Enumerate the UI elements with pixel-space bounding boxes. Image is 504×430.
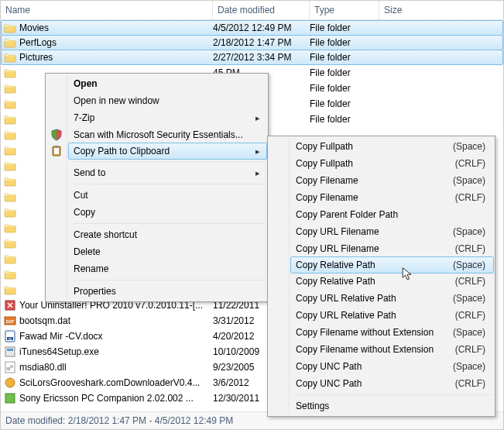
ctx-scan[interactable]: Scan with Microsoft Security Essentials.… — [69, 126, 266, 143]
file-type: File folder — [310, 83, 379, 94]
column-headers: Name Date modified Type Size — [1, 1, 503, 20]
file-type: File folder — [310, 22, 379, 33]
submenu-suffix: (CRLF) — [455, 192, 485, 203]
submenu-item[interactable]: Copy Filename without Extension(Space) — [291, 324, 493, 341]
file-name: PerfLogs — [19, 37, 57, 48]
folder-icon — [4, 268, 16, 280]
shield-icon — [50, 129, 63, 141]
submenu-item[interactable]: Copy Fullpath(CRLF) — [291, 155, 493, 172]
ctx-open-new-window[interactable]: Open in new window — [69, 92, 266, 109]
submenu-item[interactable]: Copy UNC Path(CRLF) — [291, 375, 493, 392]
file-row[interactable]: Pictures2/27/2012 3:34 PMFile folder — [1, 50, 503, 65]
submenu-suffix: (CRLF) — [455, 310, 485, 321]
ctx-copy[interactable]: Copy — [69, 204, 266, 221]
file-type: File folder — [310, 52, 379, 63]
folder-icon — [4, 129, 16, 141]
file-date: 4/5/2012 12:49 PM — [213, 22, 310, 33]
file-type: File folder — [310, 98, 379, 109]
submenu-item[interactable]: Copy Fullpath(Space) — [291, 138, 493, 155]
submenu-suffix: (Space) — [453, 260, 485, 270]
submenu-label: Copy Fullpath — [296, 158, 353, 169]
submenu-suffix: (Space) — [453, 361, 485, 372]
folder-icon — [4, 160, 16, 172]
folder-icon — [4, 67, 16, 79]
column-date[interactable]: Date modified — [213, 1, 310, 19]
copy-path-submenu: Copy Fullpath(Space)Copy Fullpath(CRLF)C… — [267, 136, 495, 417]
column-size[interactable]: Size — [379, 1, 503, 19]
submenu-item[interactable]: Copy Filename without Extension(CRLF) — [291, 341, 493, 358]
folder-icon — [4, 113, 16, 126]
submenu-suffix: (Space) — [453, 175, 485, 186]
clipboard-icon — [50, 145, 63, 157]
file-name: iTunes64Setup.exe — [19, 346, 99, 357]
submenu-label: Settings — [296, 401, 329, 411]
file-type: File folder — [310, 37, 379, 48]
ctx-create-shortcut[interactable]: Create shortcut — [69, 226, 266, 243]
submenu-label: Copy Filename — [296, 192, 358, 203]
submenu-label: Copy UNC Path — [296, 361, 362, 372]
submenu-label: Copy Filename — [296, 175, 358, 186]
submenu-item[interactable]: Copy UNC Path(Space) — [291, 358, 493, 375]
ctx-copy-path[interactable]: Copy Path to Clipboard — [68, 143, 267, 160]
submenu-item[interactable]: Copy Filename(Space) — [291, 172, 493, 189]
dat-icon — [4, 315, 16, 327]
folder-icon — [4, 175, 16, 187]
folder-icon — [4, 191, 16, 203]
file-date: 2/18/2012 1:47 PM — [213, 37, 310, 48]
folder-icon — [4, 22, 16, 34]
submenu-item[interactable]: Copy URL Filename(CRLF) — [291, 240, 493, 257]
context-menu: Open Open in new window 7-Zip Scan with … — [45, 73, 269, 302]
submenu-suffix: (CRLF) — [455, 344, 485, 355]
ctx-properties[interactable]: Properties — [69, 283, 266, 300]
submenu-item[interactable]: Copy Relative Path(CRLF) — [291, 273, 493, 290]
file-row[interactable]: Movies4/5/2012 12:49 PMFile folder — [1, 20, 503, 36]
ctx-rename[interactable]: Rename — [69, 260, 266, 277]
uninst-icon — [4, 299, 16, 311]
submenu-item[interactable]: Copy Filename(CRLF) — [291, 189, 493, 206]
ctx-send-to[interactable]: Send to — [69, 164, 266, 181]
folder-icon — [4, 144, 16, 157]
exe2-icon — [4, 377, 16, 389]
submenu-suffix: (Space) — [453, 226, 485, 237]
submenu-item[interactable]: Copy Parent Folder Path — [291, 206, 493, 223]
submenu-label: Copy Parent Folder Path — [296, 209, 398, 220]
submenu-item[interactable]: Copy URL Relative Path(Space) — [291, 290, 493, 307]
file-name: bootsqm.dat — [19, 315, 70, 326]
submenu-item[interactable]: Copy URL Filename(Space) — [291, 223, 493, 240]
submenu-item[interactable]: Copy Relative Path(Space) — [290, 256, 494, 273]
folder-icon — [4, 237, 16, 249]
submenu-suffix: (CRLF) — [455, 243, 485, 254]
submenu-label: Copy URL Relative Path — [296, 310, 396, 321]
file-name: Sony Ericsson PC Companion 2.02.002 ... — [19, 393, 194, 404]
folder-icon — [4, 51, 16, 64]
submenu-suffix: (Space) — [453, 141, 485, 152]
submenu-item[interactable]: Copy URL Relative Path(CRLF) — [291, 307, 493, 324]
submenu-label: Copy UNC Path — [296, 378, 362, 389]
submenu-label: Copy URL Filename — [296, 243, 379, 254]
submenu-suffix: (Space) — [453, 327, 485, 338]
column-type[interactable]: Type — [310, 1, 379, 19]
ctx-open[interactable]: Open — [69, 75, 266, 92]
folder-icon — [4, 253, 16, 265]
exe3-icon — [4, 392, 16, 404]
file-name: Fawad Mir -CV.docx — [19, 331, 103, 342]
submenu-label: Copy Filename without Extension — [296, 344, 434, 355]
submenu-label: Copy Filename without Extension — [296, 327, 434, 338]
ctx-delete[interactable]: Delete — [69, 243, 266, 260]
folder-icon — [4, 36, 16, 49]
file-row[interactable]: PerfLogs2/18/2012 1:47 PMFile folder — [1, 35, 503, 50]
file-name: SciLorsGrooveshark.comDownloaderV0.4... — [19, 377, 200, 388]
submenu-suffix: (CRLF) — [455, 378, 485, 389]
exe-icon — [4, 346, 16, 358]
ctx-cut[interactable]: Cut — [69, 187, 266, 204]
docx-icon — [4, 330, 16, 342]
submenu-suffix: (CRLF) — [455, 158, 485, 169]
column-name[interactable]: Name — [1, 1, 213, 19]
submenu-settings[interactable]: Settings — [291, 397, 493, 415]
folder-icon — [4, 284, 16, 296]
submenu-label: Copy URL Filename — [296, 226, 379, 237]
submenu-suffix: (Space) — [453, 293, 485, 304]
folder-icon — [4, 82, 16, 95]
ctx-7zip[interactable]: 7-Zip — [69, 109, 266, 126]
file-name: Pictures — [19, 52, 53, 63]
